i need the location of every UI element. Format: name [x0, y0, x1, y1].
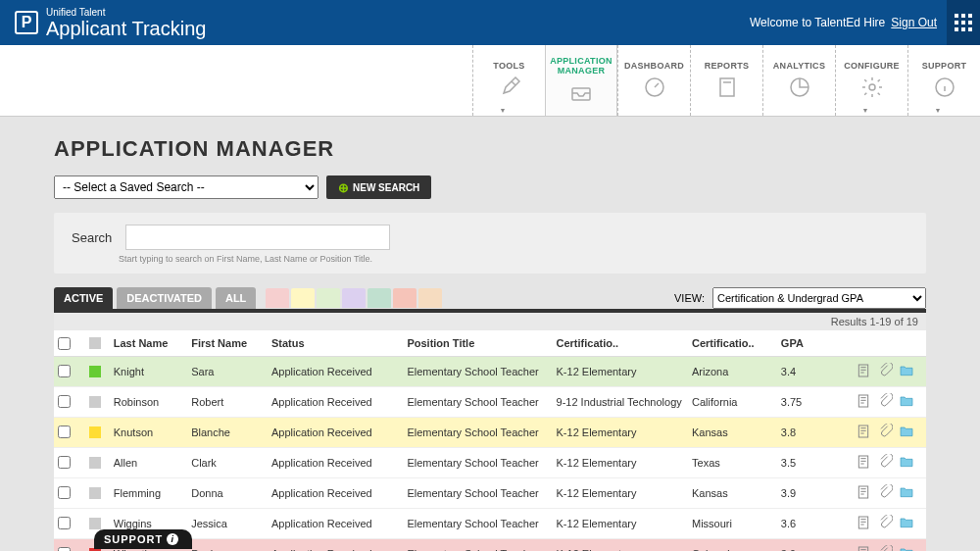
- cell-gpa: 3.5: [777, 447, 826, 477]
- color-swatch[interactable]: [418, 288, 442, 308]
- nav-dashboard[interactable]: DASHBOARD: [617, 45, 690, 116]
- support-pill-label: SUPPORT: [104, 533, 163, 545]
- nav-configure[interactable]: CONFIGURE ▼: [835, 45, 907, 116]
- color-swatch[interactable]: [266, 288, 289, 308]
- svg-rect-20: [858, 517, 867, 528]
- nav-support-label: SUPPORT: [922, 62, 967, 72]
- paperclip-icon[interactable]: [877, 363, 893, 380]
- col-status[interactable]: Status: [268, 330, 403, 356]
- folder-icon[interactable]: [899, 393, 914, 411]
- cell-title: Elementary School Teacher: [403, 356, 552, 386]
- applicants-table: Last Name First Name Status Position Tit…: [54, 330, 926, 551]
- paperclip-icon[interactable]: [877, 393, 893, 411]
- paperclip-icon[interactable]: [877, 424, 893, 441]
- document-icon[interactable]: [856, 363, 871, 380]
- nav-tools[interactable]: TOOLS ▼: [472, 45, 545, 116]
- row-checkbox[interactable]: [58, 547, 71, 551]
- nav-tools-label: TOOLS: [493, 62, 524, 72]
- folder-icon[interactable]: [899, 484, 914, 502]
- saved-search-row: -- Select a Saved Search -- ⊕ NEW SEARCH: [54, 175, 926, 199]
- col-lastname[interactable]: Last Name: [110, 330, 187, 356]
- folder-icon[interactable]: [899, 454, 914, 472]
- col-title[interactable]: Position Title: [403, 330, 552, 356]
- row-checkbox[interactable]: [58, 426, 71, 438]
- row-flag[interactable]: [89, 426, 101, 438]
- table-row[interactable]: RobinsonRobertApplication ReceivedElemen…: [54, 386, 926, 417]
- nav-configure-label: CONFIGURE: [844, 62, 900, 72]
- row-checkbox[interactable]: [58, 486, 71, 499]
- folder-icon[interactable]: [899, 545, 914, 551]
- row-checkbox[interactable]: [58, 517, 71, 529]
- col-cert1[interactable]: Certificatio..: [553, 330, 688, 356]
- paperclip-icon[interactable]: [877, 454, 893, 472]
- saved-search-select[interactable]: -- Select a Saved Search --: [54, 175, 318, 199]
- table-row[interactable]: KnightSaraApplication ReceivedElementary…: [54, 356, 926, 386]
- tab-deactivated[interactable]: DEACTIVATED: [117, 287, 212, 309]
- cell-cert1: K-12 Elementary: [553, 417, 688, 447]
- row-flag[interactable]: [89, 487, 101, 499]
- nav-appmgr-label: APPLICATIONMANAGER: [550, 57, 612, 76]
- cell-cert2: Kansas: [688, 477, 777, 508]
- nav-support[interactable]: SUPPORT ▼: [907, 45, 980, 116]
- new-search-button[interactable]: ⊕ NEW SEARCH: [326, 175, 431, 199]
- select-all-checkbox[interactable]: [58, 337, 71, 350]
- header-right: Welcome to TalentEd Hire Sign Out: [750, 0, 980, 45]
- header-titles: Unified Talent Applicant Tracking: [46, 7, 206, 39]
- svg-rect-9: [572, 88, 590, 100]
- color-swatch[interactable]: [291, 288, 315, 308]
- view-select[interactable]: Certification & Undergrad GPA: [712, 287, 926, 309]
- color-swatch[interactable]: [368, 288, 391, 308]
- cell-title: Elementary School Teacher: [403, 538, 552, 551]
- paperclip-icon[interactable]: [877, 545, 893, 551]
- color-swatch[interactable]: [393, 288, 416, 308]
- cell-firstname: Donna: [187, 477, 268, 508]
- document-icon[interactable]: [856, 484, 871, 502]
- col-cert2[interactable]: Certificatio..: [688, 330, 777, 356]
- nav-analytics[interactable]: ANALYTICS: [762, 45, 835, 116]
- folder-icon[interactable]: [899, 424, 914, 441]
- cell-cert2: Arizona: [688, 356, 777, 386]
- paperclip-icon[interactable]: [877, 515, 893, 532]
- row-checkbox[interactable]: [58, 365, 71, 377]
- document-icon[interactable]: [856, 424, 871, 441]
- row-flag[interactable]: [89, 518, 101, 529]
- nav-reports[interactable]: REPORTS: [690, 45, 762, 116]
- table-row[interactable]: KnutsonBlancheApplication ReceivedElemen…: [54, 417, 926, 447]
- document-icon[interactable]: [856, 515, 871, 532]
- cell-gpa: 3.4: [777, 356, 826, 386]
- gauge-icon: [643, 75, 666, 99]
- document-icon[interactable]: [856, 454, 871, 472]
- search-input[interactable]: [125, 225, 390, 250]
- nav-app-manager[interactable]: APPLICATIONMANAGER: [545, 45, 617, 116]
- color-swatch[interactable]: [342, 288, 366, 308]
- table-row[interactable]: AllenClarkApplication ReceivedElementary…: [54, 447, 926, 477]
- pie-icon: [788, 75, 811, 99]
- tab-all[interactable]: ALL: [216, 287, 256, 309]
- svg-rect-11: [720, 78, 734, 96]
- document-icon[interactable]: [856, 393, 871, 411]
- folder-icon[interactable]: [899, 515, 914, 532]
- tab-active[interactable]: ACTIVE: [54, 287, 113, 309]
- search-panel: Search Start typing to search on First N…: [54, 213, 926, 274]
- table-row[interactable]: FlemmingDonnaApplication ReceivedElement…: [54, 477, 926, 508]
- row-flag[interactable]: [89, 366, 101, 377]
- row-flag[interactable]: [89, 457, 101, 469]
- nav-dashboard-label: DASHBOARD: [624, 62, 684, 72]
- svg-rect-0: [955, 14, 958, 18]
- cell-cert1: K-12 Elementary: [553, 538, 688, 551]
- folder-icon[interactable]: [899, 363, 914, 380]
- document-icon[interactable]: [856, 545, 871, 551]
- row-checkbox[interactable]: [58, 395, 71, 408]
- color-swatch[interactable]: [317, 288, 340, 308]
- row-checkbox[interactable]: [58, 456, 71, 469]
- col-gpa[interactable]: GPA: [777, 330, 826, 356]
- new-search-label: NEW SEARCH: [353, 182, 419, 193]
- apps-grid-icon[interactable]: [947, 0, 980, 45]
- info-icon: ▼: [933, 75, 956, 99]
- sign-out-link[interactable]: Sign Out: [891, 16, 937, 29]
- svg-rect-7: [961, 27, 965, 31]
- row-flag[interactable]: [89, 396, 101, 408]
- support-pill[interactable]: SUPPORT i: [94, 529, 192, 549]
- paperclip-icon[interactable]: [877, 484, 893, 502]
- col-firstname[interactable]: First Name: [187, 330, 268, 356]
